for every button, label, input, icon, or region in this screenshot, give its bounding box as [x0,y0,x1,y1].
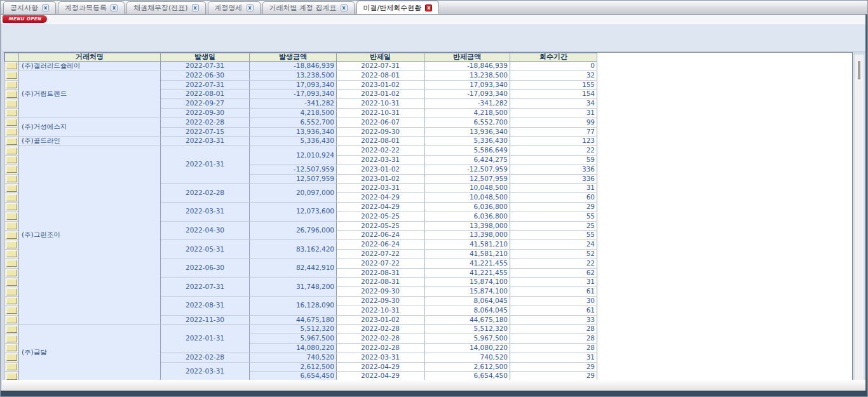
row-selector[interactable] [5,353,19,362]
close-icon[interactable]: x [42,4,49,11]
column-header[interactable]: 발생일 [161,53,250,62]
row-selector-pill[interactable] [6,128,18,135]
row-selector-pill[interactable] [6,222,18,229]
row-selector-pill[interactable] [6,335,18,342]
row-selector-pill[interactable] [6,326,18,333]
settle-date-cell: 2022-02-22 [337,146,424,156]
column-header[interactable]: 반제일 [337,53,424,62]
close-icon[interactable]: x [247,4,254,11]
row-selector-pill[interactable] [6,81,18,88]
row-selector[interactable] [5,259,19,268]
tab-6[interactable]: 미결/반제회수현황x [356,1,440,14]
row-selector[interactable] [5,146,19,156]
row-selector[interactable] [5,127,19,137]
row-selector[interactable] [5,221,19,231]
row-selector-pill[interactable] [6,307,18,314]
row-selector-pill[interactable] [6,250,18,257]
row-selector[interactable] [5,155,19,165]
menu-open-button[interactable]: MENU OPEN [3,15,47,23]
row-selector[interactable] [5,268,19,278]
row-selector[interactable] [5,137,19,146]
row-selector-pill[interactable] [6,194,18,201]
close-icon[interactable]: x [192,4,199,11]
column-header[interactable]: 반제금액 [424,53,510,62]
row-selector[interactable] [5,334,19,344]
row-selector-pill[interactable] [6,91,18,98]
row-selector-pill[interactable] [6,62,18,69]
row-selector[interactable] [5,212,19,221]
tab-1[interactable]: 공지사항x [3,1,56,14]
row-selector[interactable] [5,71,19,80]
row-selector[interactable] [5,193,19,203]
vertical-scrollbar[interactable] [855,55,864,380]
collection-days-cell: 154 [510,90,597,99]
column-header[interactable]: 발생금액 [250,53,337,62]
collection-days-cell: 24 [510,240,597,250]
row-selector[interactable] [5,118,19,127]
row-selector[interactable] [5,296,19,306]
settle-amount-cell: 44,675,180 [424,315,510,325]
row-selector[interactable] [5,202,19,212]
close-icon[interactable]: x [341,4,348,11]
row-selector-pill[interactable] [6,241,18,248]
row-selector[interactable] [5,99,19,109]
row-selector[interactable] [5,231,19,240]
row-selector-pill[interactable] [6,373,18,380]
row-selector[interactable] [5,372,19,380]
row-selector-pill[interactable] [6,363,18,370]
row-selector-pill[interactable] [6,72,18,79]
row-selector[interactable] [5,362,19,372]
row-selector-pill[interactable] [6,354,18,361]
column-header[interactable]: 거래처명 [19,53,161,62]
close-icon[interactable]: x [111,4,118,11]
settle-date-cell: 2023-01-02 [337,165,424,174]
occur-amount-cell: 26,796,000 [250,221,337,240]
window-bottom-bar [1,391,867,396]
row-selector-pill[interactable] [6,138,18,145]
row-selector-pill[interactable] [6,109,18,116]
row-selector[interactable] [5,62,19,71]
row-selector[interactable] [5,165,19,174]
collection-days-cell: 155 [510,80,597,90]
row-selector[interactable] [5,343,19,353]
close-icon[interactable]: x [425,4,432,11]
row-selector-pill[interactable] [6,288,18,295]
row-selector-pill[interactable] [6,297,18,304]
tab-5[interactable]: 거래처별 계정 집계표x [262,1,355,14]
row-selector[interactable] [5,90,19,99]
row-selector[interactable] [5,306,19,315]
row-selector[interactable] [5,80,19,90]
row-selector-pill[interactable] [6,213,18,220]
row-selector[interactable] [5,108,19,118]
row-selector[interactable] [5,278,19,287]
row-selector-pill[interactable] [6,316,18,323]
row-selector[interactable] [5,240,19,250]
tab-3[interactable]: 채권채무장(전표)x [126,1,206,14]
row-selector-pill[interactable] [6,185,18,192]
row-selector-pill[interactable] [6,100,18,107]
tab-4[interactable]: 계정명세x [208,1,261,14]
row-selector-pill[interactable] [6,119,18,126]
row-selector-pill[interactable] [6,260,18,267]
vertical-scrollbar-thumb[interactable] [858,61,860,79]
row-selector[interactable] [5,287,19,297]
row-selector-pill[interactable] [6,175,18,182]
row-selector-pill[interactable] [6,344,18,351]
settle-date-cell: 2022-06-07 [337,118,424,127]
row-selector-pill[interactable] [6,156,18,163]
horizontal-scrollbar[interactable] [2,380,867,391]
row-selector[interactable] [5,249,19,259]
row-selector[interactable] [5,315,19,325]
row-selector-pill[interactable] [6,232,18,239]
row-selector-pill[interactable] [6,269,18,276]
row-selector[interactable] [5,325,19,334]
row-selector[interactable] [5,184,19,193]
row-selector-pill[interactable] [6,166,18,173]
table-row: (주)금담2022-01-315,512,3202022-02-285,512,… [5,325,597,334]
tab-2[interactable]: 계정과목등록x [58,1,125,14]
column-header[interactable]: 회수기간 [510,53,597,62]
row-selector[interactable] [5,174,19,184]
row-selector-pill[interactable] [6,279,18,286]
row-selector-pill[interactable] [6,147,18,154]
row-selector-pill[interactable] [6,203,18,210]
